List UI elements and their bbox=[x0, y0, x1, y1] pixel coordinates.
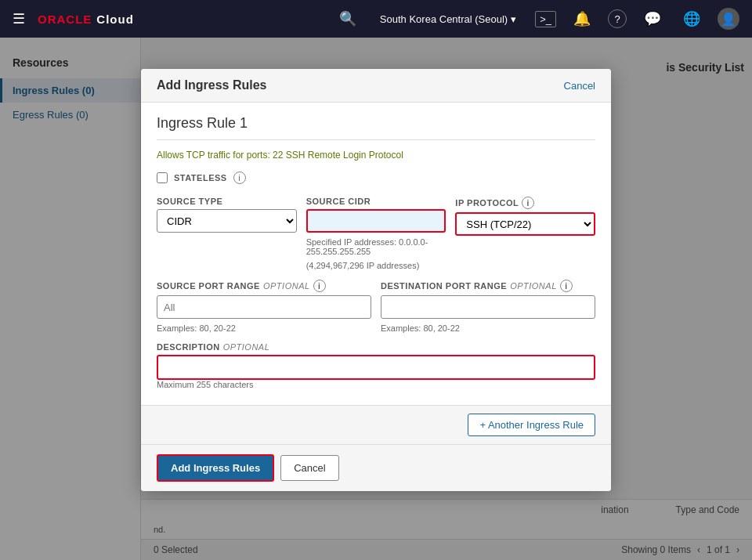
oracle-text: ORACLE bbox=[38, 13, 92, 26]
bell-icon[interactable]: 🔔 bbox=[569, 7, 595, 31]
source-cidr-input[interactable]: 0.0.0.0/0 bbox=[306, 209, 446, 233]
top-navigation: ☰ ORACLE Cloud 🔍 South Korea Central (Se… bbox=[0, 0, 752, 38]
source-port-label: SOURCE PORT RANGE OPTIONAL i bbox=[157, 280, 371, 292]
description-hint: Maximum 255 characters bbox=[157, 380, 595, 389]
dest-port-label: DESTINATION PORT RANGE OPTIONAL i bbox=[381, 280, 595, 292]
add-ingress-rules-dialog: Add Ingress Rules Cancel Ingress Rule 1 … bbox=[141, 69, 611, 491]
ip-protocol-info-icon[interactable]: i bbox=[522, 197, 534, 209]
region-chevron-icon: ▾ bbox=[511, 13, 516, 25]
dest-port-optional: OPTIONAL bbox=[510, 281, 557, 291]
dialog-header-cancel-link[interactable]: Cancel bbox=[564, 80, 595, 92]
dest-port-field: DESTINATION PORT RANGE OPTIONAL i 22 Exa… bbox=[381, 280, 595, 333]
description-optional: OPTIONAL bbox=[223, 342, 270, 352]
globe-icon[interactable]: 🌐 bbox=[678, 7, 705, 31]
description-field-wrap: DESCRIPTION OPTIONAL Public Access: SSH … bbox=[157, 342, 595, 389]
region-selector[interactable]: South Korea Central (Seoul) ▾ bbox=[374, 10, 522, 28]
dest-port-info-icon[interactable]: i bbox=[560, 280, 573, 292]
info-text: Allows TCP traffic for ports: 22 SSH Rem… bbox=[157, 150, 595, 161]
source-port-info-icon[interactable]: i bbox=[313, 280, 326, 292]
ip-protocol-field: IP PROTOCOL i SSH (TCP/22) bbox=[455, 197, 595, 270]
add-another-ingress-rule-button[interactable]: + Another Ingress Rule bbox=[468, 414, 595, 436]
chat-icon[interactable]: 💬 bbox=[639, 7, 666, 31]
main-content: Resources Ingress Rules (0) Egress Rules… bbox=[0, 38, 752, 560]
rule-title: Ingress Rule 1 bbox=[157, 115, 595, 140]
stateless-label: STATELESS bbox=[174, 173, 227, 182]
add-ingress-rules-button[interactable]: Add Ingress Rules bbox=[157, 454, 274, 482]
user-icon[interactable]: 👤 bbox=[718, 8, 739, 30]
ip-protocol-select[interactable]: SSH (TCP/22) bbox=[455, 212, 595, 236]
port-range-row: SOURCE PORT RANGE OPTIONAL i Examples: 8… bbox=[157, 280, 595, 333]
source-type-select[interactable]: CIDR bbox=[157, 209, 297, 233]
help-icon[interactable]: ? bbox=[608, 9, 627, 28]
top-form-row: SOURCE TYPE CIDR SOURCE CIDR 0.0.0.0/0 S… bbox=[157, 197, 595, 270]
description-label: DESCRIPTION OPTIONAL bbox=[157, 342, 595, 352]
source-cidr-label: SOURCE CIDR bbox=[306, 197, 446, 206]
description-input[interactable]: Public Access: SSH bbox=[157, 355, 595, 380]
source-cidr-hint1: Specified IP addresses: 0.0.0.0-255.255.… bbox=[306, 237, 446, 256]
dialog-title: Add Ingress Rules bbox=[157, 78, 266, 92]
search-icon[interactable]: 🔍 bbox=[334, 7, 361, 31]
dialog-action-row: Add Ingress Rules Cancel bbox=[141, 444, 611, 491]
ip-protocol-label: IP PROTOCOL i bbox=[455, 197, 595, 209]
cancel-button[interactable]: Cancel bbox=[280, 455, 338, 481]
stateless-checkbox[interactable] bbox=[157, 172, 168, 183]
brand-logo: ORACLE Cloud bbox=[38, 13, 134, 26]
dest-port-examples: Examples: 80, 20-22 bbox=[381, 323, 595, 333]
stateless-row: STATELESS i bbox=[157, 172, 595, 184]
cloud-text: Cloud bbox=[96, 13, 134, 26]
stateless-info-icon[interactable]: i bbox=[233, 172, 246, 184]
dialog-header: Add Ingress Rules Cancel bbox=[141, 69, 611, 103]
hamburger-icon[interactable]: ☰ bbox=[13, 10, 25, 27]
source-type-label: SOURCE TYPE bbox=[157, 197, 297, 206]
source-port-field: SOURCE PORT RANGE OPTIONAL i Examples: 8… bbox=[157, 280, 371, 333]
source-cidr-field: SOURCE CIDR 0.0.0.0/0 Specified IP addre… bbox=[306, 197, 446, 270]
source-port-examples: Examples: 80, 20-22 bbox=[157, 323, 371, 333]
source-port-input[interactable] bbox=[157, 295, 371, 319]
region-label: South Korea Central (Seoul) bbox=[380, 13, 508, 25]
source-cidr-hint2: (4,294,967,296 IP addresses) bbox=[306, 261, 446, 270]
dialog-body: Ingress Rule 1 Allows TCP traffic for po… bbox=[141, 103, 611, 405]
terminal-icon[interactable]: >_ bbox=[535, 11, 556, 27]
add-another-row: + Another Ingress Rule bbox=[141, 405, 611, 444]
dest-port-input[interactable]: 22 bbox=[381, 295, 595, 319]
source-type-field: SOURCE TYPE CIDR bbox=[157, 197, 297, 270]
source-port-optional: OPTIONAL bbox=[263, 281, 310, 291]
